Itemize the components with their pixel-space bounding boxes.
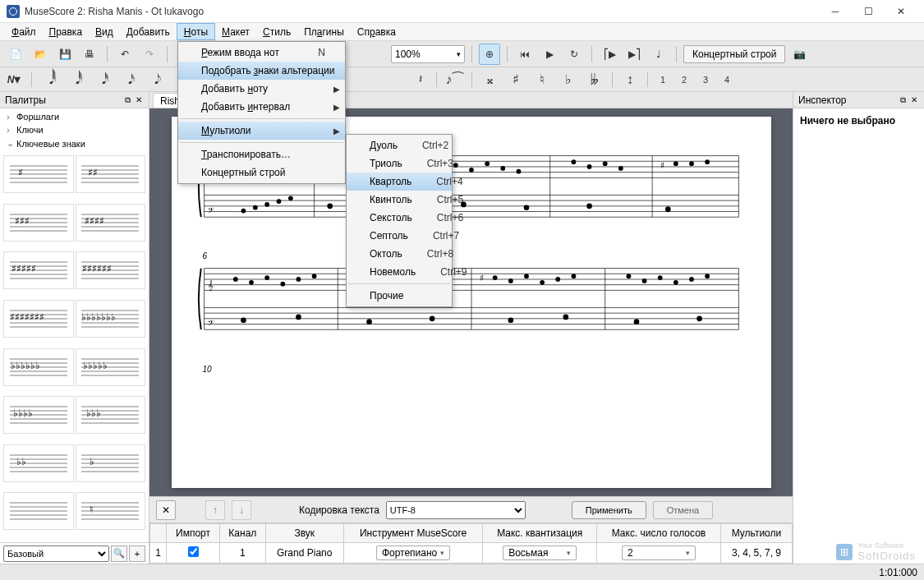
menu-nonuplet[interactable]: НовемольCtrl+9	[347, 263, 452, 281]
save-button[interactable]: 💾	[54, 44, 76, 65]
move-up-button[interactable]: ↑	[205, 500, 225, 520]
voice-2-button[interactable]: 2	[678, 75, 691, 85]
palette-profile-select[interactable]: Базовый	[3, 545, 109, 562]
palette-search-icon[interactable]: 🔍	[111, 545, 127, 562]
menu-style[interactable]: Стиль	[256, 23, 297, 40]
rewind-button[interactable]: ⏮	[514, 44, 536, 65]
sharp-icon[interactable]: ♯	[507, 71, 525, 89]
keysig-cell[interactable]: ♮	[76, 492, 146, 530]
print-button[interactable]: 🖶	[79, 44, 100, 65]
menu-add-note[interactable]: Добавить ноту▶	[178, 80, 345, 98]
keysig-cell[interactable]: ♯♯♯♯♯♯	[76, 251, 146, 289]
menu-view[interactable]: Вид	[89, 23, 120, 40]
cell-instrument[interactable]: Фортепиано	[343, 543, 483, 564]
palette-item-grace[interactable]: Форшлаги	[0, 110, 149, 123]
flat-icon[interactable]: ♭	[559, 71, 577, 89]
palette-undock-icon[interactable]: ⧉	[122, 95, 132, 105]
play-button[interactable]: ▶	[539, 44, 560, 65]
menu-help[interactable]: Справка	[351, 23, 402, 40]
undo-button[interactable]: ↶	[114, 44, 136, 65]
menu-plugins[interactable]: Плагины	[297, 23, 351, 40]
menu-add[interactable]: Добавить	[120, 23, 177, 40]
inspector-undock-icon[interactable]: ⧉	[898, 95, 908, 105]
menu-tuplets[interactable]: Мультиоли▶	[178, 122, 345, 140]
maximize-button[interactable]: ☐	[852, 0, 885, 23]
keysig-cell[interactable]: ♭♭♭♭♭♭♭	[76, 300, 146, 338]
menu-concert-pitch[interactable]: Концертный строй	[178, 163, 345, 182]
keysig-cell[interactable]: ♯♯	[76, 155, 146, 193]
cell-voices[interactable]: 2	[597, 543, 721, 564]
palette-item-keysig[interactable]: Ключевые знаки	[0, 136, 149, 150]
concert-pitch-button[interactable]: Концертный строй	[683, 45, 785, 63]
menu-octuplet[interactable]: ОктольCtrl+8	[347, 245, 452, 263]
close-import-icon[interactable]: ✕	[156, 500, 176, 520]
loop-button[interactable]: ↻	[563, 44, 585, 65]
note-8th-icon[interactable]: 𝅘𝅥𝅯	[119, 71, 137, 89]
menu-note-input[interactable]: Режим ввода нотN	[178, 44, 345, 62]
new-file-button[interactable]: 📄	[5, 44, 26, 65]
menu-septuplet[interactable]: СептольCtrl+7	[347, 227, 452, 245]
rest-icon[interactable]: 𝄽	[410, 71, 428, 89]
tie-icon[interactable]: ♪⁀	[445, 71, 463, 89]
inspector-close-icon[interactable]: ✕	[909, 95, 919, 105]
keysig-cell[interactable]: ♭	[76, 444, 146, 482]
camera-icon[interactable]: 📷	[788, 44, 810, 65]
double-sharp-icon[interactable]: 𝄪	[480, 71, 499, 89]
keysig-cell[interactable]: ♯♯♯♯♯♯♯	[3, 300, 74, 338]
menu-file[interactable]: Файл	[5, 23, 43, 40]
col-instrument[interactable]: Инструмент MuseScore	[343, 524, 483, 543]
palette-item-clefs[interactable]: Ключи	[0, 123, 149, 136]
note-64th-icon[interactable]: 𝅘𝅥𝅲	[40, 71, 58, 89]
menu-quadruplet[interactable]: КвартольCtrl+4	[347, 173, 452, 191]
note-input-icon[interactable]: N▾	[5, 71, 23, 89]
keysig-cell[interactable]: ♯♯♯♯♯	[3, 251, 74, 289]
keysig-cell[interactable]: ♯	[3, 155, 74, 193]
col-voices[interactable]: Макс. число голосов	[597, 524, 721, 543]
move-down-button[interactable]: ↓	[232, 500, 251, 520]
menu-layout[interactable]: Макет	[215, 23, 256, 40]
col-channel[interactable]: Канал	[220, 524, 266, 543]
keysig-cell[interactable]: ♭♭	[3, 444, 74, 482]
encoding-select[interactable]: UTF-8	[386, 501, 526, 519]
palette-close-icon[interactable]: ✕	[134, 95, 144, 105]
voice-1-button[interactable]: 1	[656, 75, 669, 85]
menu-other-tuplets[interactable]: Прочие	[347, 287, 452, 305]
col-import[interactable]: Импорт	[167, 524, 220, 543]
col-sound[interactable]: Звук	[265, 524, 343, 543]
keysig-cell[interactable]: ♭♭♭	[76, 396, 146, 434]
cancel-button[interactable]: Отмена	[653, 501, 713, 519]
import-checkbox[interactable]	[188, 546, 199, 557]
keysig-cell[interactable]	[3, 492, 74, 530]
note-32nd-icon[interactable]: 𝅘𝅥𝅱	[67, 71, 85, 89]
loop-out-button[interactable]: ▶⎤	[623, 44, 645, 65]
keysig-cell[interactable]: ♯♯♯	[3, 204, 74, 242]
keysig-cell[interactable]: ♯♯♯♯	[76, 204, 146, 242]
zoom-select[interactable]: 100%▾	[391, 45, 465, 63]
flip-icon[interactable]: ↕	[621, 71, 639, 89]
col-tuplets[interactable]: Мультиоли	[720, 524, 792, 543]
cell-import[interactable]	[167, 543, 220, 564]
keysig-cell[interactable]: ♭♭♭♭♭	[76, 348, 146, 386]
col-quant[interactable]: Макс. квантизация	[483, 524, 597, 543]
menu-add-interval[interactable]: Добавить интервал▶	[178, 98, 345, 116]
menu-triplet[interactable]: ТриольCtrl+3	[347, 154, 452, 173]
menu-sextuplet[interactable]: СекстольCtrl+6	[347, 209, 452, 227]
menu-respell[interactable]: Подобрать знаки альтерации	[178, 62, 345, 80]
metronome-icon[interactable]: ⊕	[479, 44, 500, 65]
menu-edit[interactable]: Правка	[43, 23, 90, 40]
minimize-button[interactable]: ─	[819, 0, 852, 23]
menu-quintuplet[interactable]: КвинтольCtrl+5	[347, 191, 452, 209]
note-16th-icon[interactable]: 𝅘𝅥𝅰	[93, 71, 111, 89]
voice-3-button[interactable]: 3	[699, 75, 712, 85]
menu-notes[interactable]: Ноты	[177, 23, 215, 40]
voice-4-button[interactable]: 4	[720, 75, 733, 85]
close-button[interactable]: ✕	[885, 0, 917, 23]
palette-add-icon[interactable]: +	[129, 545, 145, 562]
natural-icon[interactable]: ♮	[533, 71, 551, 89]
menu-duplet[interactable]: ДуольCtrl+2	[347, 136, 452, 154]
double-flat-icon[interactable]: 𝄫	[586, 71, 604, 89]
open-file-button[interactable]: 📂	[30, 44, 51, 65]
note-quarter-icon[interactable]: 𝅘𝅥𝅮	[145, 71, 163, 89]
apply-button[interactable]: Применить	[572, 501, 646, 519]
keysig-cell[interactable]: ♭♭♭♭	[3, 396, 74, 434]
